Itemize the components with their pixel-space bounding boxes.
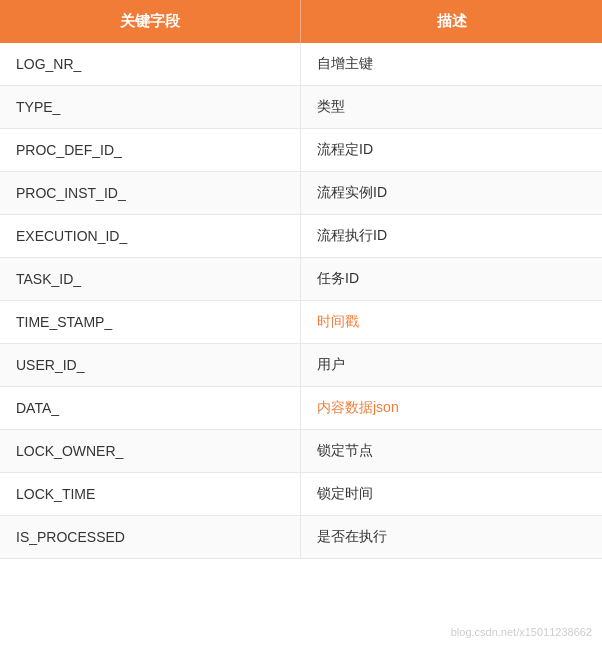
cell-desc: 流程定ID bbox=[301, 129, 602, 171]
table-row: LOCK_TIME锁定时间 bbox=[0, 473, 602, 516]
cell-key: IS_PROCESSED bbox=[0, 516, 301, 558]
header-key: 关键字段 bbox=[0, 0, 301, 43]
cell-key: TYPE_ bbox=[0, 86, 301, 128]
cell-desc: 锁定时间 bbox=[301, 473, 602, 515]
cell-desc: 流程执行ID bbox=[301, 215, 602, 257]
cell-key: PROC_INST_ID_ bbox=[0, 172, 301, 214]
cell-key: TIME_STAMP_ bbox=[0, 301, 301, 343]
table-row: LOCK_OWNER_锁定节点 bbox=[0, 430, 602, 473]
cell-key: PROC_DEF_ID_ bbox=[0, 129, 301, 171]
table-row: TASK_ID_任务ID bbox=[0, 258, 602, 301]
table-row: EXECUTION_ID_流程执行ID bbox=[0, 215, 602, 258]
table-row: USER_ID_用户 bbox=[0, 344, 602, 387]
cell-key: DATA_ bbox=[0, 387, 301, 429]
cell-key: LOCK_TIME bbox=[0, 473, 301, 515]
cell-desc: 锁定节点 bbox=[301, 430, 602, 472]
cell-desc: 类型 bbox=[301, 86, 602, 128]
cell-key: USER_ID_ bbox=[0, 344, 301, 386]
cell-key: TASK_ID_ bbox=[0, 258, 301, 300]
table-row: PROC_INST_ID_流程实例ID bbox=[0, 172, 602, 215]
cell-desc: 任务ID bbox=[301, 258, 602, 300]
cell-key: LOG_NR_ bbox=[0, 43, 301, 85]
cell-desc: 自增主键 bbox=[301, 43, 602, 85]
cell-desc: 流程实例ID bbox=[301, 172, 602, 214]
main-table: 关键字段 描述 LOG_NR_自增主键TYPE_类型PROC_DEF_ID_流程… bbox=[0, 0, 602, 559]
cell-key: LOCK_OWNER_ bbox=[0, 430, 301, 472]
watermark: blog.csdn.net/x15011238662 bbox=[451, 626, 592, 638]
cell-desc: 用户 bbox=[301, 344, 602, 386]
table-row: TYPE_类型 bbox=[0, 86, 602, 129]
table-row: IS_PROCESSED是否在执行 bbox=[0, 516, 602, 559]
table-header: 关键字段 描述 bbox=[0, 0, 602, 43]
table-body: LOG_NR_自增主键TYPE_类型PROC_DEF_ID_流程定IDPROC_… bbox=[0, 43, 602, 559]
header-desc: 描述 bbox=[301, 0, 602, 43]
cell-desc: 时间戳 bbox=[301, 301, 602, 343]
table-row: PROC_DEF_ID_流程定ID bbox=[0, 129, 602, 172]
cell-desc: 是否在执行 bbox=[301, 516, 602, 558]
cell-key: EXECUTION_ID_ bbox=[0, 215, 301, 257]
table-row: TIME_STAMP_时间戳 bbox=[0, 301, 602, 344]
cell-desc: 内容数据json bbox=[301, 387, 602, 429]
table-row: LOG_NR_自增主键 bbox=[0, 43, 602, 86]
table-row: DATA_内容数据json bbox=[0, 387, 602, 430]
